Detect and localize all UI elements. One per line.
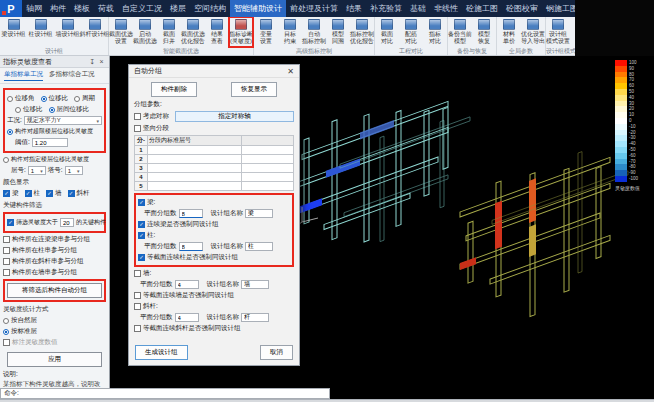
column-plane-count-input[interactable] bbox=[179, 242, 203, 251]
ribbon-tab-3[interactable]: 楼板 bbox=[70, 0, 94, 17]
member-check-4[interactable]: ✓斜杆 bbox=[68, 189, 90, 198]
checkbox-icon[interactable] bbox=[3, 247, 10, 254]
dialog-titlebar[interactable]: 自动分组 ✕ bbox=[129, 65, 299, 78]
dialog-cancel-button[interactable]: 取消 bbox=[260, 345, 293, 360]
model-viewport[interactable]: 自动分组 ✕ 构件剔除 恢复显示 分组参数: 考虑对称 指定对称轴 竖向分段 bbox=[110, 56, 654, 399]
brace-group-name-input[interactable] bbox=[241, 313, 269, 322]
radio-icon[interactable] bbox=[15, 107, 21, 113]
tab-single-indicator[interactable]: 单指标单工况 bbox=[4, 70, 43, 81]
member-check-3[interactable]: ✓墙 bbox=[46, 189, 62, 198]
beam-continuous-checkbox[interactable]: ✓ bbox=[138, 221, 145, 228]
ribbon-tab-14[interactable]: 砼施工图 bbox=[462, 0, 502, 17]
model-restore-button[interactable]: 模型恢复 bbox=[472, 17, 496, 47]
ribbon-tab-2[interactable]: 构件 bbox=[46, 0, 70, 17]
ribbon-tab-7[interactable]: 空间结构 bbox=[190, 0, 230, 17]
brace-plane-count-input[interactable] bbox=[175, 313, 199, 322]
checkbox-icon[interactable]: ✓ bbox=[25, 190, 32, 197]
model-rollback-button[interactable]: 模型回溯 bbox=[326, 17, 350, 47]
checkbox-icon[interactable]: ✓ bbox=[3, 190, 10, 197]
panel-close-icon[interactable]: × bbox=[97, 58, 106, 65]
participation-check-4[interactable]: 构件所在墙串参与分组 bbox=[3, 268, 106, 277]
section-compare-button[interactable]: 截面对比 bbox=[375, 17, 399, 47]
segment-row-extra[interactable] bbox=[242, 155, 294, 164]
restore-display-button[interactable]: 恢复显示 bbox=[231, 82, 277, 97]
floor-select[interactable]: 1 ▾ bbox=[28, 166, 46, 175]
command-bar[interactable]: 命令: bbox=[0, 388, 330, 399]
filter-threshold-input[interactable] bbox=[60, 218, 74, 227]
stat-mode-1[interactable]: 按自然层 bbox=[3, 316, 106, 325]
pin-icon[interactable]: ↧ bbox=[88, 58, 97, 66]
threshold-input[interactable] bbox=[32, 138, 68, 147]
ribbon-tab-4[interactable]: 荷载 bbox=[94, 0, 118, 17]
beam-design-group-button[interactable]: 梁设计组 bbox=[0, 17, 27, 47]
segment-row-extra[interactable] bbox=[242, 146, 294, 155]
column-continuous-checkbox[interactable]: ✓ bbox=[138, 254, 145, 261]
section-optimize-report-button[interactable]: 截面优选优化报告 bbox=[181, 17, 205, 47]
section-optimize-settings-button[interactable]: 截面优选设置 bbox=[109, 17, 133, 47]
indicator-diagnosis-button[interactable]: 指标诊断(灵敏度) bbox=[229, 17, 253, 47]
dialog-close-icon[interactable]: ✕ bbox=[287, 67, 294, 76]
metric-row-1-option-1[interactable]: 位移角 bbox=[7, 94, 35, 103]
design-group-mode-button[interactable]: 设计组模式设置 bbox=[546, 17, 570, 47]
tab-multi-indicator[interactable]: 多指标综合工况 bbox=[49, 70, 95, 81]
metric-row-2-option-1[interactable]: 位移比 bbox=[15, 105, 43, 114]
ribbon-tab-1[interactable]: 轴网 bbox=[22, 0, 46, 17]
segment-row-layers[interactable] bbox=[148, 164, 242, 173]
wall-plane-count-input[interactable] bbox=[175, 280, 199, 289]
radio-icon[interactable] bbox=[74, 96, 80, 102]
metric-row-1-option-2[interactable]: 位移比 bbox=[41, 94, 69, 103]
ribbon-tab-13[interactable]: 非线性 bbox=[430, 0, 462, 17]
beam-plane-count-input[interactable] bbox=[179, 209, 203, 218]
brace-design-group-button[interactable]: 斜杆设计组 bbox=[81, 17, 108, 47]
rebar-compare-button[interactable]: 配筋对比 bbox=[399, 17, 423, 47]
segment-row-layers[interactable] bbox=[148, 173, 242, 182]
case-select[interactable]: 规定水平力Y ▾ bbox=[24, 116, 102, 125]
auto-indicator-control-button[interactable]: 自动指标控制 bbox=[302, 17, 326, 47]
member-check-1[interactable]: ✓梁 bbox=[3, 189, 19, 198]
column-group-name-input[interactable] bbox=[245, 242, 273, 251]
segment-row-layers[interactable] bbox=[148, 182, 242, 191]
wall-design-group-button[interactable]: 墙设计组 bbox=[54, 17, 81, 47]
metric-row-2-option-2[interactable]: 层间位移比 bbox=[49, 105, 90, 114]
specified-radio-row[interactable]: 构件对指定楼层位移比灵敏度 bbox=[3, 155, 106, 164]
result-view-button[interactable]: 结果查看 bbox=[205, 17, 229, 47]
indicator-control-report-button[interactable]: 指标控制优化报告 bbox=[350, 17, 374, 47]
target-constraint-button[interactable]: 目标约束 bbox=[278, 17, 302, 47]
material-price-button[interactable]: 材料单价 bbox=[497, 17, 521, 47]
set-symmetry-axis-button[interactable]: 指定对称轴 bbox=[175, 111, 294, 122]
beam-checkbox[interactable]: ✓ bbox=[138, 199, 145, 206]
filter-checkbox[interactable]: ✓ bbox=[7, 219, 14, 226]
generate-design-group-button[interactable]: 生成设计组 bbox=[135, 345, 188, 360]
participation-check-2[interactable]: 构件所在柱串参与分组 bbox=[3, 246, 106, 255]
wall-checkbox[interactable] bbox=[134, 270, 141, 277]
checkbox-icon[interactable] bbox=[3, 258, 10, 265]
stat-mode-2[interactable]: 按标准层 bbox=[3, 327, 106, 336]
radio-icon[interactable] bbox=[7, 96, 13, 102]
auto-group-button[interactable]: 将筛选后构件自动分组 bbox=[7, 283, 102, 298]
column-design-group-button[interactable]: 柱设计组 bbox=[27, 17, 54, 47]
section-merge-button[interactable]: 截面归并 bbox=[157, 17, 181, 47]
checkbox-icon[interactable]: ✓ bbox=[46, 190, 53, 197]
ribbon-tab-9[interactable]: 前处理及计算 bbox=[286, 0, 342, 17]
wall-continuous-checkbox[interactable] bbox=[134, 292, 141, 299]
annotate-checkbox[interactable] bbox=[3, 339, 10, 346]
brace-continuous-checkbox[interactable] bbox=[134, 325, 141, 332]
segment-row-layers[interactable] bbox=[148, 146, 242, 155]
ribbon-tab-11[interactable]: 补充验算 bbox=[366, 0, 406, 17]
over-limit-radio-row[interactable]: 构件对超限楼层位移比灵敏度 bbox=[7, 127, 102, 136]
segment-row-extra[interactable] bbox=[242, 173, 294, 182]
radio-icon[interactable] bbox=[49, 107, 55, 113]
segment-row-extra[interactable] bbox=[242, 164, 294, 173]
annotate-check-row[interactable]: 标注灵敏度数值 bbox=[3, 338, 106, 347]
ribbon-tab-6[interactable]: 楼层 bbox=[166, 0, 190, 17]
optimize-import-export-button[interactable]: 优化设置导入导出 bbox=[521, 17, 545, 47]
metric-row-1-option-3[interactable]: 周期 bbox=[74, 94, 95, 103]
ribbon-tab-12[interactable]: 基础 bbox=[406, 0, 430, 17]
brace-checkbox[interactable] bbox=[134, 303, 141, 310]
tower-select[interactable]: 1 ▾ bbox=[65, 166, 83, 175]
member-check-2[interactable]: ✓柱 bbox=[25, 189, 41, 198]
participation-check-3[interactable]: 构件所在斜杆串参与分组 bbox=[3, 257, 106, 266]
apply-button[interactable]: 应用 bbox=[7, 352, 102, 367]
ribbon-tab-5[interactable]: 自定义工况 bbox=[118, 0, 166, 17]
indicator-compare-button[interactable]: 指标对比 bbox=[423, 17, 447, 47]
